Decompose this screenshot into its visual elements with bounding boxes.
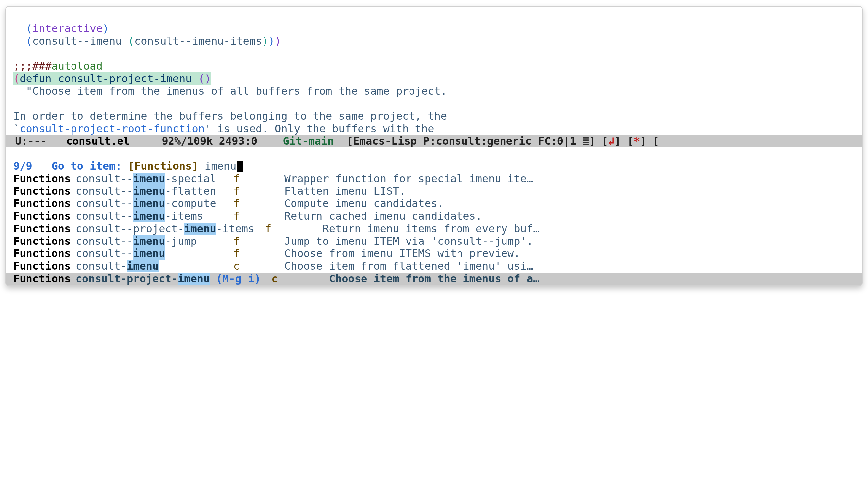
match-highlight: imenu	[178, 273, 210, 285]
narrow-group: Functions	[134, 160, 192, 172]
candidate-count: 9/9	[13, 160, 32, 172]
candidate-name: consult-imenu	[76, 260, 159, 273]
minibuffer[interactable]: 9/9 Go to item: [Functions] imenu	[6, 147, 862, 173]
candidate-name: consult--imenu-flatten	[76, 185, 216, 198]
candidate-doc: Return imenu items from every buf…	[322, 223, 855, 235]
completion-candidate[interactable]: Functions consult-project-imenu (M-g i) …	[6, 273, 862, 285]
candidate-type: f	[234, 197, 246, 210]
modeline-status: U:---	[9, 135, 53, 148]
code-line: (consult--imenu (consult--imenu-items)))	[13, 35, 281, 47]
candidate-doc: Choose item from flattened 'imenu' usi…	[284, 260, 855, 273]
cursor	[237, 161, 243, 172]
candidate-type: c	[272, 273, 284, 285]
completion-candidate[interactable]: Functions consult--imenu-flatten f Flatt…	[6, 185, 862, 198]
candidate-name: consult--imenu	[76, 248, 165, 260]
docstring-line: `consult-project-root-function' is used.…	[13, 122, 434, 135]
code-line: (interactive)	[13, 22, 109, 35]
code-buffer[interactable]: (interactive) (consult--imenu (consult--…	[6, 7, 862, 135]
completion-candidate[interactable]: Functions consult--imenu-compute f Compu…	[6, 197, 862, 210]
completion-candidate[interactable]: Functions consult--imenu-special f Wrapp…	[6, 173, 862, 185]
completion-candidate[interactable]: Functions consult--project-imenu-items f…	[6, 223, 862, 235]
minibuffer-input[interactable]: imenu	[198, 160, 237, 172]
candidate-category: Functions	[13, 210, 76, 223]
code-line-comment: ;;;###autoload	[13, 60, 103, 72]
modeline-position: 92%/109k 2493:0	[130, 135, 283, 148]
candidate-category: Functions	[13, 197, 76, 210]
candidate-category: Functions	[13, 235, 76, 248]
candidate-doc: Flatten imenu LIST.	[284, 185, 855, 198]
candidate-category: Functions	[13, 185, 76, 198]
star-icon: *	[633, 135, 640, 148]
candidate-doc: Choose item from the imenus of a…	[329, 273, 855, 285]
candidate-doc: Return cached imenu candidates.	[284, 210, 855, 223]
candidate-category: Functions	[13, 223, 76, 235]
match-highlight: imenu	[184, 223, 216, 235]
match-highlight: imenu	[133, 235, 165, 248]
match-highlight: imenu	[133, 173, 165, 185]
completion-candidate[interactable]: Functions consult--imenu-items f Return …	[6, 210, 862, 223]
docstring-line: "Choose item from the imenus of all buff…	[13, 85, 447, 97]
candidate-type: f	[234, 235, 246, 248]
candidate-type: f	[234, 185, 246, 198]
candidate-name: consult--imenu-jump	[76, 235, 197, 248]
completion-candidates[interactable]: Functions consult--imenu-special f Wrapp…	[6, 173, 862, 285]
completion-candidate[interactable]: Functions consult--imenu-jump f Jump to …	[6, 235, 862, 248]
candidate-type: f	[234, 173, 246, 185]
completion-candidate[interactable]: Functions consult--imenu f Choose from i…	[6, 248, 862, 260]
keybinding-hint: (M-g i)	[210, 273, 260, 285]
lines-icon: ≣	[583, 135, 589, 148]
candidate-category: Functions	[13, 260, 76, 273]
candidate-doc: Choose from imenu ITEMS with preview.	[284, 248, 855, 260]
match-highlight: imenu	[133, 185, 165, 197]
minibuffer-prompt: Go to item:	[32, 160, 128, 172]
emacs-frame: (interactive) (consult--imenu (consult--…	[5, 6, 863, 286]
candidate-doc: Wrapper function for special imenu ite…	[284, 173, 855, 185]
candidate-name: consult--imenu-items	[76, 210, 203, 223]
return-icon: ↲	[608, 135, 614, 148]
candidate-type: f	[234, 210, 246, 223]
completion-candidate[interactable]: Functions consult-imenu c Choose item fr…	[6, 260, 862, 273]
candidate-name: consult--imenu-compute	[76, 197, 216, 210]
candidate-category: Functions	[13, 248, 76, 260]
mode-line: U:--- consult.el 92%/109k 2493:0 Git-mai…	[6, 135, 862, 148]
candidate-type: f	[265, 223, 278, 235]
docstring-line: In order to determine the buffers belong…	[13, 110, 447, 122]
candidate-name: consult--project-imenu-items	[76, 223, 254, 235]
candidate-doc: Jump to imenu ITEM via 'consult--jump'.	[284, 235, 855, 248]
match-highlight: imenu	[133, 197, 165, 210]
modeline-vc: Git-main	[283, 135, 334, 148]
modeline-buffer-name: consult.el	[53, 135, 130, 148]
candidate-name: consult-project-imenu (M-g i)	[76, 273, 261, 285]
candidate-category: Functions	[13, 173, 76, 185]
candidate-category: Functions	[13, 273, 76, 285]
modeline-major-mode: [Emacs-Lisp P:consult:generic FC:0|1	[334, 135, 583, 148]
match-highlight: imenu	[133, 210, 165, 222]
match-highlight: imenu	[133, 248, 165, 260]
defun-line: (defun consult-project-imenu ()	[13, 72, 211, 85]
match-highlight: imenu	[127, 260, 159, 272]
candidate-name: consult--imenu-special	[76, 173, 216, 185]
candidate-type: f	[234, 248, 246, 260]
candidate-doc: Compute imenu candidates.	[284, 197, 855, 210]
candidate-type: c	[234, 260, 246, 273]
